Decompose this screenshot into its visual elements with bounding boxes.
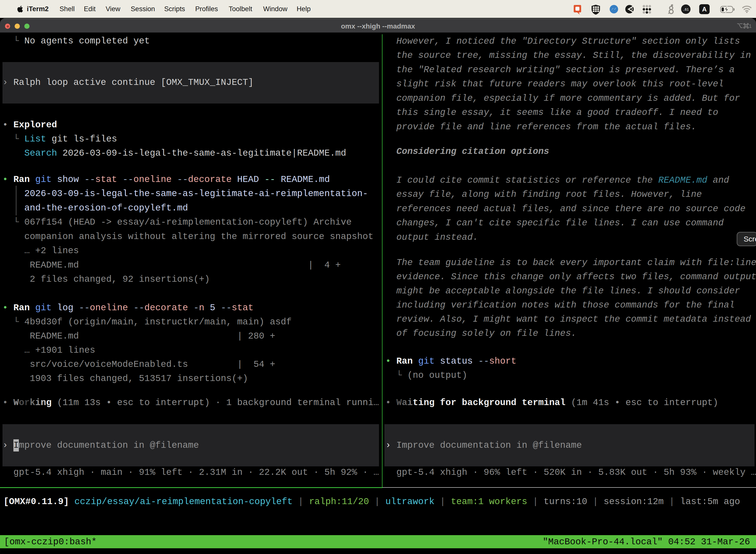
svg-text:..61: ..61 [683,7,689,11]
svg-text:A: A [702,5,707,13]
svg-text:1: 1 [749,23,752,29]
